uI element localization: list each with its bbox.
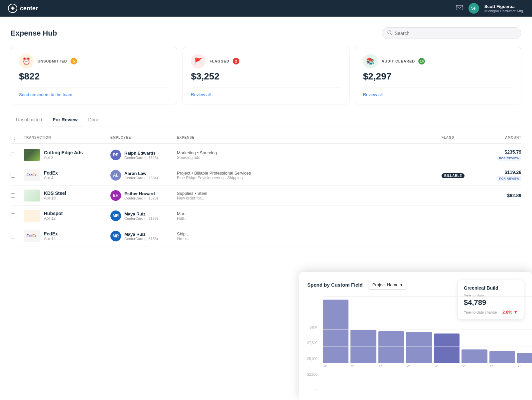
table-row[interactable]: KDS Steel Apr 10 EH Esther Howard Center… — [11, 186, 521, 206]
table-row[interactable]: Cutting Edge Ads Apr 3 RE Ralph Edwards … — [11, 145, 521, 165]
row-check[interactable] — [11, 213, 24, 218]
table-row[interactable]: Hubspot Apr 12 MR Maya Ruiz CenterCard (… — [11, 206, 521, 226]
logo[interactable]: center — [8, 4, 38, 13]
row-name: FedEx — [44, 231, 58, 236]
card-audit: 📚 AUDIT CLEARED 14 $2,297 Review all — [355, 47, 521, 104]
user-info: Scott Figueroa Michigan Hardware Mfg. — [484, 4, 524, 13]
audit-action[interactable]: Review all — [363, 92, 383, 97]
svg-point-1 — [12, 7, 14, 9]
row-expense: Supplies • Steel New order for... — [177, 191, 442, 200]
col-transaction: TRANSACTION — [24, 136, 110, 141]
row-amount: $119.26 FOR REVIEW — [481, 170, 521, 181]
employee-card: CenterCard (...3153) — [124, 237, 158, 241]
row-thumb — [24, 210, 40, 222]
employee-info: Ralph Edwards CenterCard (...1523) — [124, 151, 158, 160]
col-amount: AMOUNT — [481, 136, 521, 141]
row-date: Apr 12 — [44, 216, 63, 221]
search-icon — [387, 30, 392, 36]
select-all-checkbox[interactable] — [11, 136, 15, 140]
grid-line — [323, 313, 532, 313]
field-selector-label: Project Name — [372, 282, 399, 287]
user-company: Michigan Hardware Mfg. — [484, 9, 524, 13]
bar-label-item: Bradford — [350, 365, 376, 369]
card-label-wrap-flagged: FLAGGED 2 — [209, 58, 239, 65]
row-employee: AL Aaron Law CenterCard (...2534) — [110, 170, 177, 181]
employee-name: Esther Howard — [124, 191, 158, 196]
row-name-group: FedEx Apr 14 — [44, 231, 58, 241]
bar-labels: Dow Hardware Bradford Colorado Construct… — [323, 365, 532, 392]
tooltip-arrow-icon[interactable]: → — [512, 285, 518, 291]
unsubmitted-icon: ⏰ — [19, 54, 34, 68]
col-employee: EMPLOYEE — [110, 136, 177, 141]
row-thumb — [24, 190, 40, 201]
row-transaction: FedEx FedEx Apr 14 — [24, 230, 110, 242]
row-employee: RE Ralph Edwards CenterCard (...1523) — [110, 150, 177, 160]
expense-desc: Hub... — [177, 216, 442, 221]
row-expense: Mar... Hub... — [177, 211, 442, 221]
row-amount: $62.89 — [481, 193, 521, 198]
flagged-action[interactable]: Review all — [191, 92, 210, 97]
employee-info: Maya Ruiz CenterCard (...3153) — [124, 211, 158, 220]
employee-name: Ralph Edwards — [124, 151, 158, 156]
row-name-group: FedEx Apr 4 — [44, 170, 58, 180]
y-label: $2,500 — [307, 373, 318, 376]
audit-badge: 14 — [418, 58, 425, 65]
row-thumb: FedEx — [24, 230, 40, 242]
unsubmitted-action[interactable]: Send reminders to the team — [19, 92, 72, 97]
unsubmitted-amount: $822 — [19, 71, 169, 82]
billable-badge: BILLABLE — [442, 173, 465, 178]
card-top: ⏰ UNSUBMITTED 5 — [19, 54, 169, 68]
bar-label-item: NW Doors and Windows — [406, 365, 432, 369]
row-check[interactable] — [11, 193, 24, 198]
chart-field-selector[interactable]: Project Name ▾ — [368, 280, 407, 290]
amount-badge: FOR REVIEW — [497, 156, 521, 161]
row-thumb — [24, 149, 40, 161]
employee-info: Esther Howard CenterCard (...1523) — [124, 191, 158, 200]
tab-for-review[interactable]: For Review — [48, 114, 83, 126]
row-transaction: Cutting Edge Ads Apr 3 — [24, 149, 110, 161]
tooltip-project-name: Greenleaf Build — [464, 285, 498, 291]
row-check[interactable] — [11, 153, 24, 157]
row-check[interactable] — [11, 173, 24, 178]
row-amount: $235.79 FOR REVIEW — [481, 149, 521, 161]
row-employee: MR Maya Ruiz CenterCard (...3153) — [110, 231, 177, 241]
table-row[interactable]: FedEx FedEx Apr 4 AL Aaron Law CenterCar… — [11, 165, 521, 186]
row-name-group: Cutting Edge Ads Apr 3 — [44, 150, 83, 160]
page-title: Expense Hub — [11, 29, 57, 38]
row-name: KDS Steel — [44, 191, 66, 196]
tab-unsubmitted[interactable]: Unsubmitted — [11, 114, 48, 126]
bar-label-item: Peninsula Premier Homes — [517, 365, 532, 369]
employee-name: Maya Ruiz — [124, 211, 158, 216]
card-flagged: 🚩 FLAGGED 2 $3,252 Review all — [183, 47, 349, 104]
search-input[interactable] — [395, 31, 516, 36]
unsubmitted-label: UNSUBMITTED — [38, 59, 67, 63]
flagged-icon: 🚩 — [191, 54, 205, 68]
flagged-badge: 2 — [233, 58, 239, 65]
bar-label-item: Greenleaf Build — [434, 365, 460, 369]
logo-text: center — [20, 5, 38, 12]
bar-dow-hw — [489, 351, 515, 363]
expense-cat: Project • Billable Professional Services — [177, 171, 442, 176]
tab-done[interactable]: Done — [83, 114, 104, 126]
row-check[interactable] — [11, 234, 24, 238]
user-name: Scott Figueroa — [484, 4, 524, 9]
expense-cat: Ship... — [177, 231, 442, 236]
row-employee: MR Maya Ruiz CenterCard (...3153) — [110, 210, 177, 221]
bar-nw-doors — [406, 332, 432, 363]
mail-icon[interactable] — [456, 5, 463, 12]
row-date: Apr 14 — [44, 236, 58, 241]
row-transaction: KDS Steel Apr 10 — [24, 190, 110, 201]
expense-cat: Marketing • Sourcing — [177, 150, 442, 155]
bar-travis — [462, 349, 487, 363]
expense-desc: Gree... — [177, 236, 442, 241]
user-avatar[interactable]: SF — [468, 3, 479, 14]
grid-line — [323, 296, 532, 297]
table-row[interactable]: FedEx FedEx Apr 14 MR Maya Ruiz CenterCa… — [11, 226, 521, 246]
employee-name: Aaron Law — [124, 171, 158, 176]
amount-val: $235.79 — [481, 149, 521, 155]
audit-amount: $2,297 — [363, 71, 513, 82]
search-bar[interactable] — [382, 27, 521, 39]
row-date: Apr 4 — [44, 176, 58, 180]
tabs: Unsubmitted For Review Done — [11, 114, 521, 126]
row-name: FedEx — [44, 170, 58, 176]
